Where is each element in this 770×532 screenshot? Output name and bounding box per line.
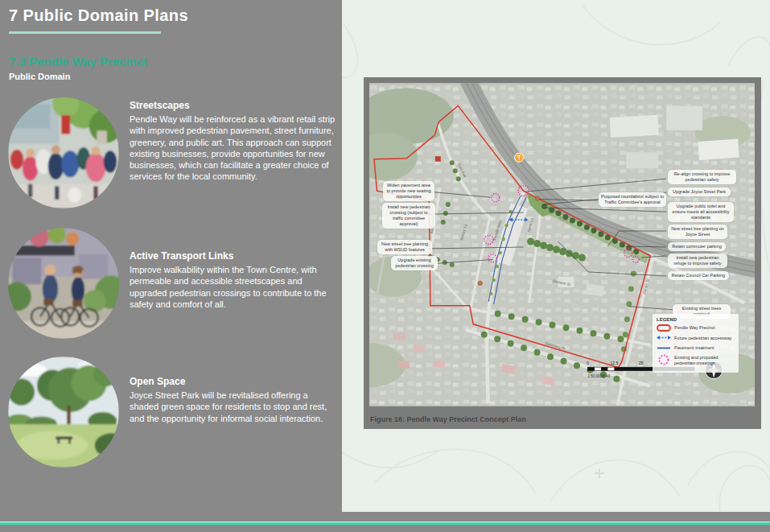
concept-plan-map: T Civic Ave Richmond St [369, 83, 755, 406]
feature-active-transport: Active Transport Links Improve walkabili… [8, 228, 341, 310]
map-legend: LEGEND Pendle Way Precinct Future pedest… [653, 314, 739, 373]
feature-open-space: Open Space Joyce Street Park will be rev… [8, 357, 341, 424]
bottom-teal-rule [0, 522, 770, 525]
pink-dotted-circle-icon [657, 354, 671, 366]
scale-ratio: 1:50,000@A3 [587, 374, 610, 378]
teal-rule [9, 31, 161, 34]
legend-label: Future pedestrian accessway [674, 336, 732, 341]
figure-frame: T Civic Ave Richmond St [364, 77, 761, 429]
callout-upgrade-park: Upgrade Joyce Street Park [668, 188, 731, 196]
train-station-marker: T [515, 153, 524, 162]
legend-label: Pendle Way Precinct [674, 325, 715, 331]
feature-body: Joyce Street Park will be revitalised of… [130, 390, 337, 424]
park-with-trees-photo [8, 357, 119, 468]
scale-tick: 25 [639, 361, 644, 365]
blue-dashed-arrow-icon [657, 334, 671, 342]
chapter-title: 7 Public Domain Plans [9, 6, 188, 25]
scale-tick: 12.5 [611, 361, 619, 365]
couple-cycling-photo [8, 228, 119, 339]
feature-body: Pendle Way will be reinforced as a vibra… [130, 113, 337, 183]
section-title: 7.3 Pendle Way Precinct [9, 55, 147, 68]
legend-item-accessway: Future pedestrian accessway [657, 334, 735, 342]
callout-public-toilet: Upgrade public toilet and ensure meets a… [668, 202, 734, 222]
park-illustration [8, 357, 119, 468]
subheading-public-domain: Public Domain [9, 72, 70, 81]
legend-item-precinct: Pendle Way Precinct [657, 324, 735, 332]
legend-label: Pavement treatment [674, 345, 714, 351]
legend-label: Existing and proposed pedestrian crossin… [674, 355, 735, 365]
callout-joyce-trees: New street tree planting on Joyce Street [668, 225, 727, 239]
feature-heading: Active Transport Links [130, 250, 341, 262]
shopping-street-illustration [8, 97, 119, 208]
callout-install-crossing: Install new pedestrian crossing (subject… [382, 203, 435, 229]
scale-tick: 0 [587, 361, 589, 365]
callout-roundabout: Proposed roundabout subject to Traffic C… [599, 192, 666, 207]
upgrade-marker-square [435, 156, 441, 161]
feature-heading: Streetscapes [130, 100, 341, 111]
cycling-illustration [8, 228, 119, 339]
legend-item-crossings: Existing and proposed pedestrian crossin… [657, 354, 735, 366]
callout-wsud-trees: New street tree planting with WSUD featu… [377, 240, 432, 254]
blue-line-icon [657, 344, 671, 353]
callout-widen-pavement: Widen pavement area to provide new seati… [383, 181, 434, 201]
feature-heading: Open Space [130, 376, 341, 387]
feature-body: Improve walkability within the Town Cent… [130, 264, 337, 310]
feature-streetscapes: Streetscapes Pendle Way will be reinforc… [8, 97, 341, 183]
callout-upgrade-crossing: Upgrade existing pedestrian crossing [391, 256, 438, 270]
callout-pedestrian-refuge: Install new pedestrian refuge to improve… [668, 254, 727, 268]
callout-council-parking: Retain Council Car Parking [668, 271, 729, 280]
callout-commuter-parking: Retain commuter parking [668, 242, 726, 251]
figure-caption: Figure 16: Pendle Way Precinct Concept P… [370, 415, 526, 423]
callout-realign-crossing: Re-align crossing to improve pedestrian … [668, 170, 736, 184]
red-outline-box-icon [657, 324, 671, 332]
legend-title: LEGEND [657, 317, 735, 322]
busy-shopping-street-photo [8, 97, 119, 208]
station-letter: T [517, 155, 521, 160]
legend-item-pavement: Pavement treatment [657, 344, 735, 353]
